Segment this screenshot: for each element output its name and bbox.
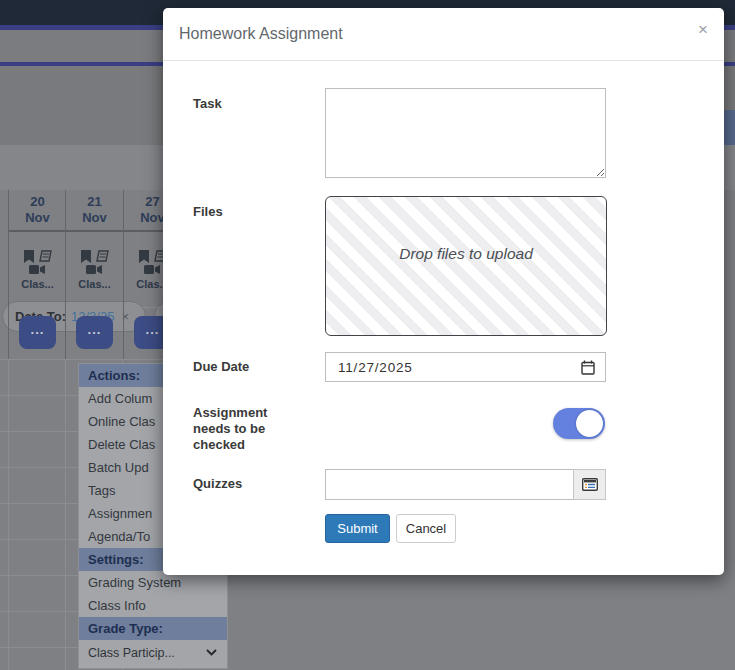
bookmark-icon	[80, 250, 92, 264]
files-label: Files	[193, 204, 318, 220]
column-header[interactable]: 21 Nov	[66, 190, 123, 232]
due-date-label: Due Date	[193, 359, 318, 375]
toggle-knob	[576, 410, 603, 437]
due-date-value: 11/27/2025	[338, 360, 581, 375]
column-class-cell[interactable]: Clas...	[66, 232, 123, 308]
class-label: Clas...	[21, 278, 53, 290]
video-camera-icon	[86, 264, 103, 275]
grade-type-select[interactable]: Class Particip...	[79, 640, 227, 665]
video-camera-icon	[29, 264, 46, 275]
column-actions-cell: ...	[9, 308, 66, 357]
quizzes-picker-button[interactable]	[573, 469, 606, 500]
dropzone-text: Drop files to upload	[399, 245, 533, 263]
modal-title: Homework Assignment	[179, 25, 343, 43]
chevron-down-icon	[206, 649, 217, 656]
column-month: Nov	[140, 210, 165, 226]
needs-check-label: Assignment needs to be checked	[193, 405, 305, 453]
task-label: Task	[193, 96, 318, 112]
menu-header-grade-type: Grade Type:	[79, 617, 227, 640]
column-day: 20	[30, 194, 44, 210]
column-day: 21	[87, 194, 101, 210]
modal-header: Homework Assignment ×	[163, 8, 724, 61]
column-actions-cell: ...	[66, 308, 123, 357]
column-class-cell[interactable]: Clas...	[9, 232, 66, 308]
submit-button[interactable]: Submit	[325, 514, 390, 543]
cancel-button[interactable]: Cancel	[396, 514, 456, 543]
video-camera-icon	[144, 264, 161, 275]
quizzes-input[interactable]	[325, 469, 573, 500]
due-date-input[interactable]: 11/27/2025	[325, 352, 606, 382]
bookmark-icon	[23, 250, 35, 264]
class-label: Clas...	[78, 278, 110, 290]
quizzes-label: Quizzes	[193, 476, 318, 492]
book-icon	[95, 250, 110, 263]
close-icon[interactable]: ×	[698, 21, 708, 38]
task-textarea[interactable]	[325, 88, 606, 178]
file-dropzone[interactable]: Drop files to upload	[325, 196, 607, 336]
calendar-icon[interactable]	[581, 360, 595, 375]
more-options-button[interactable]: ...	[19, 316, 56, 349]
more-options-button[interactable]: ...	[76, 316, 113, 349]
app-screen: Date To: 12/3/25 × 20 Nov Clas... ...	[0, 0, 735, 670]
homework-assignment-modal: Homework Assignment × Task Files Drop fi…	[163, 8, 724, 575]
menu-item-class-info[interactable]: Class Info	[79, 594, 227, 617]
needs-check-toggle[interactable]	[553, 408, 605, 439]
column-month: Nov	[82, 210, 107, 226]
book-icon	[38, 250, 53, 263]
bookmark-icon	[138, 250, 150, 264]
grade-type-selected-value: Class Particip...	[88, 646, 175, 660]
date-column: 20 Nov Clas... ...	[8, 190, 66, 359]
list-icon	[582, 478, 598, 491]
date-column: 21 Nov Clas... ...	[65, 190, 123, 359]
column-month: Nov	[25, 210, 50, 226]
column-day: 27	[145, 194, 159, 210]
quizzes-input-group	[325, 469, 606, 500]
column-header[interactable]: 20 Nov	[9, 190, 66, 232]
